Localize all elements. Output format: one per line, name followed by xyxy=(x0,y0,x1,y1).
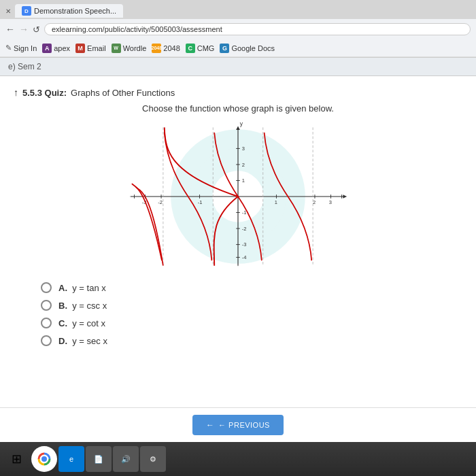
bookmarks-bar: ✎ Sign In A apex M Email W Wordle 2048 2… xyxy=(0,39,476,57)
svg-text:-4: -4 xyxy=(242,254,247,260)
address-text: exlearning.com/public/activity/5005003/a… xyxy=(52,25,222,33)
quiz-question: Choose the function whose graph is given… xyxy=(14,103,462,114)
windows-start-icon[interactable]: ⊞ xyxy=(3,445,30,473)
quiz-title: Graphs of Other Functions xyxy=(71,88,175,98)
radio-B[interactable] xyxy=(41,300,52,311)
taskbar-item-active[interactable]: e xyxy=(58,446,84,472)
bookmark-gdocs[interactable]: G Google Docs xyxy=(220,44,275,53)
radio-C[interactable] xyxy=(41,318,52,328)
taskbar-chrome[interactable] xyxy=(31,446,57,472)
close-icon[interactable]: ✕ xyxy=(5,7,11,15)
bottom-nav-bar: ← ← PREVIOUS xyxy=(0,407,476,442)
back-icon[interactable]: ← xyxy=(5,24,15,35)
wordle-icon: W xyxy=(112,44,121,53)
svg-text:-3: -3 xyxy=(242,241,247,248)
bookmark-wordle-label: Wordle xyxy=(123,44,147,52)
address-input[interactable]: exlearning.com/public/activity/5005003/a… xyxy=(44,23,471,35)
graph-wrapper: x y -1 -2 -3 1 2 3 xyxy=(14,122,462,271)
svg-marker-6 xyxy=(343,194,347,199)
tab-title: Demonstration Speech... xyxy=(34,7,116,15)
breadcrumb-text: e) Sem 2 xyxy=(8,62,41,71)
2048-icon: 2048 xyxy=(152,44,161,53)
bookmark-wordle[interactable]: W Wordle xyxy=(112,44,147,53)
page-content: e) Sem 2 ↑ 5.5.3 Quiz: Graphs of Other F… xyxy=(0,58,476,443)
bookmark-signin[interactable]: ✎ Sign In xyxy=(5,44,37,52)
svg-text:3: 3 xyxy=(242,146,245,152)
previous-button[interactable]: ← ← PREVIOUS xyxy=(192,415,284,435)
taskbar: ⊞ e 📄 🔊 ⚙ xyxy=(0,442,476,476)
svg-text:2: 2 xyxy=(313,199,316,205)
choice-C[interactable]: C. y = cot x xyxy=(41,318,435,328)
radio-A[interactable] xyxy=(41,282,52,293)
function-graph: x y -1 -2 -3 1 2 3 xyxy=(129,122,347,271)
bookmark-apex-label: apex xyxy=(54,44,70,52)
choice-B[interactable]: B. y = csc x xyxy=(41,300,435,311)
taskbar-item-2[interactable]: 📄 xyxy=(86,446,112,472)
svg-text:-1: -1 xyxy=(198,199,203,205)
svg-point-43 xyxy=(41,456,47,462)
svg-text:-2: -2 xyxy=(242,226,247,232)
bookmark-cmg-label: CMG xyxy=(197,44,215,52)
email-icon: M xyxy=(75,44,85,53)
prev-button-label: ← PREVIOUS xyxy=(218,421,270,429)
cmg-icon: C xyxy=(186,44,195,53)
prev-arrow-icon: ← xyxy=(206,420,214,430)
quiz-label: 5.5.3 Quiz: xyxy=(22,88,67,98)
breadcrumb: e) Sem 2 xyxy=(0,58,476,76)
svg-text:-2: -2 xyxy=(158,199,163,205)
choice-A[interactable]: A. y = tan x xyxy=(41,282,435,293)
answer-choices: A. y = tan x B. y = csc x C. y = cot x D… xyxy=(14,282,462,346)
bookmark-email[interactable]: M Email xyxy=(75,44,106,53)
quiz-header: ↑ 5.5.3 Quiz: Graphs of Other Functions xyxy=(14,87,462,98)
svg-text:3: 3 xyxy=(329,199,332,205)
bookmark-signin-label: Sign In xyxy=(14,44,37,52)
browser-chrome: ✕ D Demonstration Speech... ← → ↺ exlear… xyxy=(0,0,476,58)
choice-B-label: B. y = csc x xyxy=(58,301,107,311)
quiz-container: ↑ 5.5.3 Quiz: Graphs of Other Functions … xyxy=(0,76,476,357)
svg-text:-1: -1 xyxy=(242,209,247,216)
svg-text:1: 1 xyxy=(275,199,277,205)
apex-icon: A xyxy=(42,44,52,53)
svg-text:y: y xyxy=(240,122,243,127)
address-bar: ← → ↺ exlearning.com/public/activity/500… xyxy=(0,19,476,39)
svg-text:2: 2 xyxy=(242,162,245,168)
upload-icon: ↑ xyxy=(14,87,18,98)
svg-text:1: 1 xyxy=(242,177,245,184)
bookmark-2048[interactable]: 2048 2048 xyxy=(152,44,180,53)
bookmark-2048-label: 2048 xyxy=(163,44,180,52)
gdocs-icon: G xyxy=(220,44,229,53)
choice-A-label: A. y = tan x xyxy=(58,283,106,293)
taskbar-item-4[interactable]: ⚙ xyxy=(140,446,166,472)
active-tab[interactable]: D Demonstration Speech... xyxy=(15,4,123,18)
bookmark-gdocs-label: Google Docs xyxy=(231,44,275,52)
graph-container: x y -1 -2 -3 1 2 3 xyxy=(129,122,347,271)
reload-icon[interactable]: ↺ xyxy=(33,24,40,35)
bookmark-email-label: Email xyxy=(87,44,106,52)
tab-bar: ✕ D Demonstration Speech... xyxy=(0,0,476,19)
bookmark-cmg[interactable]: C CMG xyxy=(186,44,215,53)
tab-favicon: D xyxy=(22,6,31,16)
radio-D[interactable] xyxy=(41,335,52,346)
choice-D-label: D. y = sec x xyxy=(58,336,107,346)
choice-C-label: C. y = cot x xyxy=(58,318,105,328)
taskbar-item-3[interactable]: 🔊 xyxy=(113,446,139,472)
bookmark-apex[interactable]: A apex xyxy=(42,44,70,53)
choice-D[interactable]: D. y = sec x xyxy=(41,335,435,346)
forward-icon[interactable]: → xyxy=(19,24,29,35)
